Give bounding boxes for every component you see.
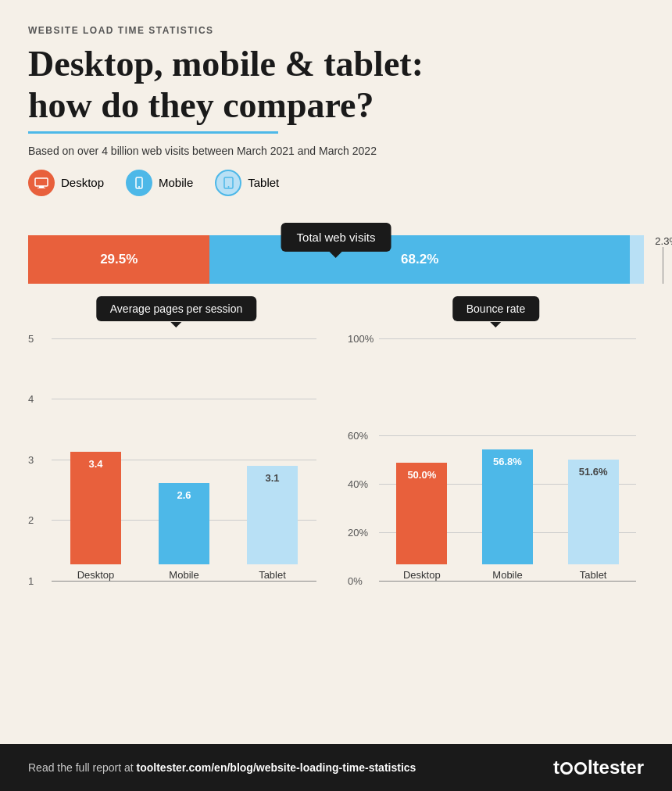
desktop-icon [28, 170, 55, 196]
mobile-bar-h: 68.2% [209, 235, 629, 284]
description: Based on over 4 billion web visits betwe… [28, 145, 644, 157]
bounce-bar-mobile: 56.8% Mobile [482, 449, 533, 581]
desktop-bar-h: 29.5% [28, 235, 209, 284]
main-container: WEBSITE LOAD TIME STATISTICS Desktop, mo… [0, 0, 672, 744]
bounce-y-axis: 100% 60% 40% 20% 0% [348, 338, 379, 581]
pages-bar-tablet: 3.1 Tablet [247, 466, 298, 581]
total-web-visits-section: Total web visits 29.5% 68.2% 2.3% [28, 235, 644, 284]
tablet-icon [215, 170, 241, 196]
bounce-chart: Bounce rate 100% 60% 40% 20% 0% [348, 307, 644, 604]
footer: Read the full report at tooltester.com/e… [0, 744, 672, 791]
tablet-pct-label: 2.3% [655, 235, 672, 247]
mobile-icon [126, 170, 152, 196]
bounce-bars: 50.0% Desktop 56.8% Mobile 51. [379, 338, 636, 581]
bounce-tooltip: Bounce rate [452, 296, 540, 321]
tablet-bar-h [630, 235, 644, 284]
pages-chart: Average pages per session 5 4 3 2 1 [28, 307, 324, 604]
legend-mobile: Mobile [126, 170, 193, 196]
charts-row: Average pages per session 5 4 3 2 1 [28, 307, 644, 604]
footer-text: Read the full report at tooltester.com/e… [28, 761, 416, 774]
legend-desktop: Desktop [28, 170, 104, 196]
subtitle: WEBSITE LOAD TIME STATISTICS [28, 25, 644, 36]
svg-point-6 [227, 186, 229, 188]
total-web-visits-tooltip: Total web visits [281, 223, 391, 252]
logo-o1 [560, 762, 573, 775]
brand-logo: tltester [553, 757, 644, 778]
bounce-bar-desktop: 50.0% Desktop [396, 463, 447, 581]
legend: Desktop Mobile Tablet [28, 170, 644, 196]
svg-rect-0 [35, 178, 48, 186]
pages-bar-desktop: 3.4 Desktop [70, 452, 121, 581]
svg-point-4 [138, 186, 140, 188]
pages-y-axis: 5 4 3 2 1 [28, 338, 52, 581]
logo-o2 [574, 762, 587, 775]
bounce-bar-tablet: 51.6% Tablet [568, 460, 619, 581]
svg-rect-1 [39, 186, 44, 188]
title-underline [28, 131, 278, 134]
main-title: Desktop, mobile & tablet: how do they co… [28, 44, 644, 127]
pages-tooltip: Average pages per session [96, 296, 256, 321]
pages-bar-mobile: 2.6 Mobile [159, 483, 209, 581]
pages-bars: 3.4 Desktop 2.6 Mobile 3.1 [52, 338, 316, 581]
legend-tablet: Tablet [215, 170, 279, 196]
svg-rect-2 [38, 188, 45, 188]
